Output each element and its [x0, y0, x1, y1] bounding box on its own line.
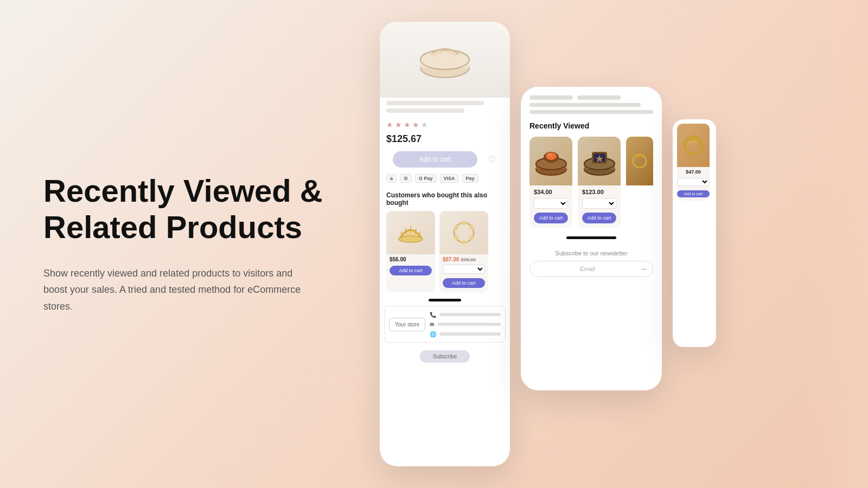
rv-product-2: $123.00 Add to cart [578, 137, 621, 228]
wishlist-button[interactable]: ♡ [488, 155, 496, 165]
star-1: ★ [386, 120, 393, 129]
phone3-content: $47.00 Add to cart [673, 119, 716, 347]
rv-divider [566, 236, 616, 239]
mastercard-icon: ⊙ [400, 174, 412, 183]
rv-product-2-image [578, 137, 621, 185]
subscribe-button[interactable]: Subscribe [420, 350, 470, 363]
skeleton-subtitle [386, 108, 464, 113]
title-line1: Recently Viewed & [43, 173, 323, 208]
svg-point-18 [548, 153, 552, 157]
related-product-2-price: $87.00 $98.00 [439, 254, 488, 264]
scroll-indicator [429, 299, 461, 301]
add-to-cart-button[interactable]: Add to cart [393, 151, 477, 168]
star-2: ★ [395, 120, 402, 129]
store-contact-info: 📞 ✉ 🌐 [430, 311, 501, 338]
star-5: ★ [421, 120, 428, 129]
email-input-placeholder[interactable]: Email [535, 266, 640, 272]
partial-product-price: $47.00 [677, 167, 710, 176]
right-fade-overlay [803, 0, 868, 488]
related-product-1-price: $56.00 [386, 254, 435, 264]
bronze-ring-svg [532, 142, 570, 180]
gpay-icon: G Pay [415, 174, 437, 183]
related-product-2-add-button[interactable]: Add to cart [443, 278, 485, 288]
rv-product-2-select[interactable] [582, 198, 616, 209]
rv-product-2-add-button[interactable]: Add to cart [582, 213, 616, 223]
product-image-area [380, 22, 510, 98]
svg-point-8 [469, 235, 474, 240]
partial-ring-svg [630, 152, 649, 171]
newsletter-label: Subscribe to our newsletter [529, 250, 653, 256]
store-name-label: Your store [389, 318, 425, 331]
svg-point-4 [399, 236, 423, 242]
product-price: $125.67 [380, 131, 510, 149]
rv-product-3-image [626, 137, 653, 185]
rv-product-partial-1: $47.00 Add to cart [677, 124, 710, 201]
store-footer: Your store 📞 ✉ 🌐 [384, 306, 506, 343]
svg-point-11 [454, 226, 458, 230]
rv-product-1-image [529, 137, 572, 185]
related-product-1-image [386, 211, 435, 254]
gold-ring-svg [681, 133, 706, 158]
applepay-icon: Pay [462, 174, 478, 183]
stars-row: ★ ★ ★ ★ ★ [380, 116, 510, 131]
product-ring-svg [410, 30, 480, 89]
phone-mockup-2: Recently Viewed [521, 87, 662, 390]
recently-viewed-products: $34.00 Add to cart [529, 137, 653, 228]
title-line2: Related Products [43, 209, 302, 245]
phone1-content: ★ ★ ★ ★ ★ $125.67 Add to cart ♡ a ⊙ G Pa… [380, 22, 510, 466]
phone2-header-skeletons [529, 95, 653, 114]
related-section-title: Customers who bought this also bought [380, 187, 510, 209]
phone-mockup-3: $47.00 Add to cart [673, 119, 716, 347]
rv-product-1-price: $34.00 [529, 185, 572, 197]
partial-add-to-cart-button[interactable]: Add to cart [677, 190, 710, 197]
rv-product-partial-image [677, 124, 710, 167]
product2-select[interactable] [443, 265, 485, 274]
amazon-pay-icon: a [386, 174, 397, 183]
bracelet-svg [448, 216, 480, 249]
right-panel: ★ ★ ★ ★ ★ $125.67 Add to cart ♡ a ⊙ G Pa… [369, 0, 868, 488]
email-input-row: Email → [529, 261, 653, 277]
svg-point-6 [462, 221, 466, 225]
hair-comb-svg [394, 216, 427, 249]
payment-icons-row: a ⊙ G Pay VISA Pay [380, 170, 510, 187]
phone2-content: Recently Viewed [521, 87, 662, 390]
star-3: ★ [404, 120, 411, 129]
rv-product-3-partial [626, 137, 653, 228]
left-panel: Recently Viewed & Related Products Show … [0, 140, 369, 347]
partial-product-select[interactable] [677, 178, 710, 186]
rv-product-1: $34.00 Add to cart [529, 137, 572, 228]
description-text: Show recently viewed and related product… [43, 265, 304, 315]
phone-mockup-1: ★ ★ ★ ★ ★ $125.67 Add to cart ♡ a ⊙ G Pa… [380, 22, 510, 466]
signet-ring-svg [580, 142, 618, 180]
cart-row: Add to cart ♡ [380, 149, 510, 170]
skeleton-title [386, 101, 484, 105]
svg-point-9 [462, 240, 466, 245]
rv-product-1-select[interactable] [534, 198, 568, 209]
visa-icon: VISA [440, 174, 459, 183]
email-submit-arrow[interactable]: → [640, 265, 647, 273]
related-product-1: $56.00 Add to cart [386, 211, 435, 292]
svg-point-7 [469, 226, 474, 230]
recently-viewed-title: Recently Viewed [529, 121, 653, 130]
svg-point-10 [454, 235, 458, 240]
rv-product-1-add-button[interactable]: Add to cart [534, 213, 568, 223]
star-4: ★ [412, 120, 419, 129]
related-product-2: $87.00 $98.00 Add to cart [439, 211, 488, 292]
related-product-1-add-button[interactable]: Add to cart [390, 266, 432, 275]
related-product-2-image [439, 211, 488, 254]
newsletter-section: Subscribe to our newsletter Email → [529, 246, 653, 277]
main-title: Recently Viewed & Related Products [43, 173, 326, 245]
related-products-row: $56.00 Add to cart [380, 209, 510, 294]
rv-product-2-price: $123.00 [578, 185, 621, 197]
